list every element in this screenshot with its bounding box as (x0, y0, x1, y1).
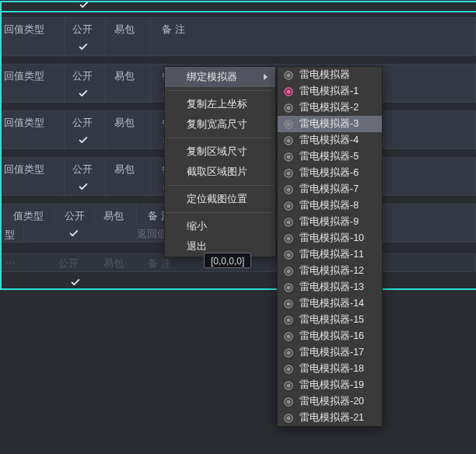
simulator-item[interactable]: 雷电模拟器 (278, 67, 382, 83)
check-icon[interactable] (78, 41, 89, 52)
svg-point-7 (287, 123, 290, 126)
simulator-item-label: 雷电模拟器-16 (299, 328, 364, 344)
simulator-item-label: 雷电模拟器-20 (299, 393, 364, 410)
svg-point-37 (287, 368, 290, 371)
simulator-item[interactable]: 雷电模拟器-14 (278, 295, 382, 312)
divider (105, 18, 106, 57)
menu-item-label: 退出 (187, 240, 207, 252)
check-icon[interactable] (78, 181, 89, 192)
menu-separator (166, 212, 274, 213)
menu-copy-wh[interactable]: 复制宽高尺寸 (165, 114, 275, 134)
simulator-item-label: 雷电模拟器 (299, 67, 350, 83)
radio-icon (283, 396, 294, 407)
context-menu: 绑定模拟器 复制左上坐标 复制宽高尺寸 复制区域尺寸 截取区域图片 定位截图位置… (164, 66, 276, 257)
svg-point-3 (287, 90, 290, 93)
check-icon[interactable] (78, 88, 89, 99)
svg-point-13 (287, 172, 290, 175)
menu-zoom-out[interactable]: 缩小 (165, 216, 275, 236)
svg-point-43 (287, 417, 290, 420)
menu-copy-top-left[interactable]: 复制左上坐标 (165, 94, 275, 114)
simulator-item-label: 雷电模拟器-11 (299, 246, 364, 263)
radio-icon (283, 413, 294, 424)
simulator-item[interactable]: 雷电模拟器-2 (278, 100, 382, 116)
simulator-item[interactable]: 雷电模拟器-9 (278, 214, 382, 230)
col-header-easy: 易包 (114, 23, 135, 37)
svg-point-9 (287, 139, 290, 142)
col-header-public: 公开 (65, 209, 85, 223)
simulator-item-label: 雷电模拟器-15 (299, 312, 364, 328)
simulator-item[interactable]: 雷电模拟器-8 (278, 197, 382, 214)
simulator-item-label: 雷电模拟器-5 (299, 148, 359, 165)
simulator-item-label: 雷电模拟器-10 (299, 230, 364, 246)
simulator-item[interactable]: 雷电模拟器-19 (278, 377, 382, 393)
col-header-easy: 易包 (114, 116, 135, 130)
radio-icon (283, 135, 294, 146)
ghost-remark: 备 注 (148, 257, 171, 271)
simulator-item-label: 雷电模拟器-12 (299, 263, 364, 279)
menu-bind-simulator[interactable]: 绑定模拟器 (165, 67, 275, 87)
simulator-item-label: 雷电模拟器-18 (299, 361, 364, 377)
col-header-type: 型 (5, 228, 15, 242)
radio-icon (283, 168, 294, 179)
simulator-item-label: 雷电模拟器-19 (299, 377, 364, 393)
col-header-public: 公开 (72, 23, 93, 37)
divider (105, 158, 106, 197)
menu-locate-capture[interactable]: 定位截图位置 (165, 189, 275, 209)
radio-icon (283, 266, 294, 277)
col-header-return-type: 回值类型 (4, 116, 44, 130)
divider (105, 65, 106, 103)
menu-copy-area[interactable]: 复制区域尺寸 (165, 141, 275, 162)
divider (64, 158, 65, 197)
radio-icon (283, 103, 294, 114)
simulator-item[interactable]: 雷电模拟器-4 (278, 132, 382, 148)
simulator-item[interactable]: 雷电模拟器-11 (278, 246, 382, 263)
radio-icon (283, 347, 294, 358)
check-icon[interactable] (78, 134, 89, 145)
simulator-item[interactable]: 雷电模拟器-7 (278, 181, 382, 197)
divider (150, 65, 151, 103)
divider (105, 111, 106, 150)
simulator-item[interactable]: 雷电模拟器-20 (278, 393, 382, 410)
simulator-item-label: 雷电模拟器-7 (299, 181, 359, 197)
ghost-label: ⋯ (5, 257, 16, 268)
divider (64, 111, 65, 150)
col-header-return-type: 回值类型 (4, 23, 44, 37)
col-header-value-type: 值类型 (13, 209, 44, 223)
simulator-item[interactable]: 雷电模拟器-15 (278, 312, 382, 328)
simulator-item[interactable]: 雷电模拟器-12 (278, 263, 382, 279)
svg-point-39 (287, 384, 290, 387)
check-icon[interactable] (68, 228, 79, 239)
simulator-item[interactable]: 雷电模拟器-13 (278, 279, 382, 295)
check-icon[interactable] (70, 277, 81, 288)
submenu-simulators: 雷电模拟器雷电模拟器-1雷电模拟器-2雷电模拟器-3雷电模拟器-4雷电模拟器-5… (277, 66, 383, 427)
divider (150, 18, 151, 57)
svg-point-19 (287, 221, 290, 224)
simulator-item[interactable]: 雷电模拟器-18 (278, 361, 382, 377)
divider (23, 225, 24, 243)
svg-point-35 (287, 351, 290, 354)
menu-separator (166, 90, 274, 91)
tooltip-coordinates: [0,0,0,0] (204, 253, 251, 268)
simulator-item-label: 雷电模拟器-9 (299, 214, 359, 230)
simulator-item[interactable]: 雷电模拟器-6 (278, 165, 382, 181)
simulator-item[interactable]: 雷电模拟器-21 (278, 410, 382, 426)
simulator-item[interactable]: 雷电模拟器-10 (278, 230, 382, 246)
simulator-item[interactable]: 雷电模拟器-16 (278, 328, 382, 344)
svg-point-29 (287, 302, 290, 306)
col-header-easy: 易包 (103, 209, 124, 223)
simulator-item[interactable]: 雷电模拟器-17 (278, 344, 382, 361)
menu-capture-area[interactable]: 截取区域图片 (165, 162, 275, 182)
simulator-item[interactable]: 雷电模拟器-1 (278, 83, 382, 100)
radio-icon (283, 315, 294, 326)
simulator-item[interactable]: 雷电模拟器-5 (278, 148, 382, 165)
col-header-public: 公开 (72, 116, 93, 130)
svg-point-1 (287, 74, 290, 77)
divider (150, 158, 151, 197)
simulator-item-label: 雷电模拟器-13 (299, 279, 364, 295)
simulator-item-label: 雷电模拟器-6 (299, 165, 359, 181)
check-icon (79, 0, 89, 10)
svg-point-31 (287, 319, 290, 322)
svg-point-11 (287, 155, 290, 159)
menu-separator (166, 185, 274, 186)
simulator-item[interactable]: 雷电模拟器-3 (278, 116, 382, 132)
